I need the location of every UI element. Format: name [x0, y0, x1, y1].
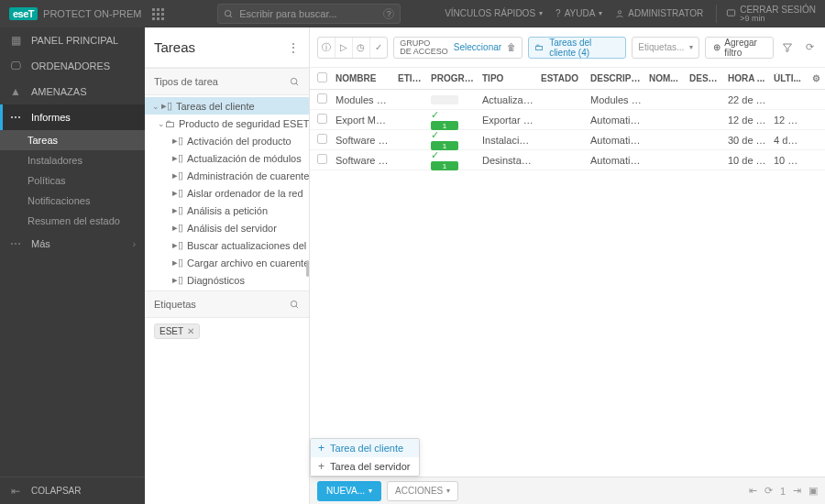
tree-item[interactable]: ▸▯Administración de cuarentena — [145, 167, 309, 184]
main-area: ⓘ ▷ ◷ ✓ GRUPO DE ACCESO Seleccionar 🗑 🗀T… — [310, 27, 825, 504]
new-button[interactable]: NUEVA...▾ — [317, 481, 381, 501]
collapse-icon: ⇤ — [9, 485, 22, 498]
tree-item[interactable]: ▸▯Aislar ordenador de la red — [145, 184, 309, 202]
refresh-icon[interactable]: ⟳ — [801, 37, 818, 59]
tree-item[interactable]: ▸▯Activación del producto — [145, 132, 309, 149]
tree-item-eset-product[interactable]: ⌄🗀Producto de seguridad ESET — [145, 115, 309, 132]
chevron-right-icon: › — [133, 239, 136, 249]
table-row[interactable]: Software In... ✓ 1 Instalación d... Auto… — [310, 130, 825, 150]
sidebar-item-more[interactable]: ⋯Más› — [0, 231, 145, 257]
gear-icon[interactable]: ⚙ — [807, 73, 825, 83]
table-header: NOMBRE ETIQ... PROGRESO TIPO ESTADO DESC… — [310, 68, 825, 90]
filter-chip-tasks[interactable]: 🗀Tareas del cliente (4) — [528, 37, 626, 59]
tree-title: Tareas⋮ — [145, 27, 309, 68]
select-all-checkbox[interactable] — [317, 72, 327, 82]
menu-item-client-task[interactable]: +Tarea del cliente — [311, 439, 419, 457]
sidebar-item-notifications[interactable]: Notificaciones — [0, 191, 145, 211]
row-checkbox[interactable] — [317, 93, 327, 104]
tree-item[interactable]: ▸▯Análisis a petición — [145, 202, 309, 219]
sidebar-item-threats[interactable]: ▲AMENAZAS — [0, 79, 145, 104]
tag-chip[interactable]: ESET✕ — [154, 323, 200, 339]
help-link[interactable]: ?AYUDA▾ — [556, 8, 602, 18]
first-page-icon[interactable]: ⇤ — [749, 485, 757, 497]
sidebar-item-installers[interactable]: Instaladores — [0, 150, 145, 170]
collapse-button[interactable]: ⇤COLAPSAR — [0, 477, 145, 504]
task-type-tree: ⌄▸▯Tareas del cliente ⌄🗀Producto de segu… — [145, 95, 309, 290]
task-icon: ▸▯ — [172, 187, 183, 199]
row-checkbox[interactable] — [317, 114, 327, 124]
table-row[interactable]: Modules U... Actualizació... Modules of … — [310, 90, 825, 110]
folder-icon: 🗀 — [534, 42, 544, 52]
actions-button[interactable]: ACCIONES▾ — [387, 481, 458, 501]
plus-icon: + — [318, 460, 324, 473]
access-group-chip[interactable]: GRUPO DE ACCESO Seleccionar 🗑 — [393, 37, 522, 59]
tags-header: Etiquetas — [145, 290, 309, 318]
tree-item[interactable]: ▸▯Análisis del servidor — [145, 219, 309, 236]
task-icon: ▸▯ — [172, 239, 183, 251]
user-menu[interactable]: ADMINISTRATOR — [615, 8, 703, 18]
dashboard-icon: ▦ — [9, 34, 22, 47]
menu-item-server-task[interactable]: +Tarea del servidor — [311, 457, 419, 476]
svg-point-6 — [291, 301, 296, 306]
tree-item[interactable]: ▸▯Cargar archivo en cuarentena — [145, 254, 309, 271]
sidebar-item-status[interactable]: Resumen del estado — [0, 211, 145, 231]
check-icon[interactable]: ✓ — [370, 38, 388, 58]
expand-icon[interactable]: ▣ — [808, 485, 818, 497]
check-icon: ✓ — [431, 129, 439, 140]
last-page-icon[interactable]: ⇥ — [793, 485, 801, 497]
quick-links[interactable]: VÍNCULOS RÁPIDOS▾ — [445, 8, 543, 18]
tree-item-client-tasks[interactable]: ⌄▸▯Tareas del cliente — [145, 97, 309, 115]
task-icon: ▸▯ — [172, 135, 183, 147]
chevron-down-icon: ▾ — [599, 9, 602, 17]
chevron-down-icon: ▾ — [368, 487, 372, 495]
refresh-footer-icon[interactable]: ⟳ — [764, 485, 773, 497]
trash-icon: 🗑 — [507, 42, 516, 52]
sidebar-item-computers[interactable]: 🖵ORDENADORES — [0, 53, 145, 79]
svg-line-7 — [296, 305, 298, 307]
brand: eseT PROTECT ON-PREM — [0, 7, 173, 20]
search-input[interactable]: Escribir para buscar... ? — [217, 4, 401, 24]
clock-icon[interactable]: ◷ — [353, 38, 370, 58]
chevron-down-icon: ▾ — [446, 487, 450, 495]
sidebar: ▦PANEL PRINCIPAL 🖵ORDENADORES ▲AMENAZAS … — [0, 27, 145, 504]
sidebar-group-active[interactable]: ⋯Informes — [0, 104, 145, 130]
toolbar: ⓘ ▷ ◷ ✓ GRUPO DE ACCESO Seleccionar 🗑 🗀T… — [310, 27, 825, 68]
run-controls: ⓘ ▷ ◷ ✓ — [317, 37, 388, 59]
tree-panel: Tareas⋮ Tipos de tarea ⌄▸▯Tareas del cli… — [145, 27, 310, 504]
info-icon[interactable]: ⓘ — [318, 38, 336, 58]
footer: NUEVA...▾ ACCIONES▾ ⇤ ⟳ 1 ⇥ ▣ — [310, 477, 825, 504]
tree-item[interactable]: ▸▯Buscar actualizaciones del producto — [145, 236, 309, 254]
sidebar-item-panel[interactable]: ▦PANEL PRINCIPAL — [0, 27, 145, 53]
row-checkbox[interactable] — [317, 154, 327, 164]
table-row[interactable]: Software U... ✓ 1 Desinstalació... Autom… — [310, 150, 825, 170]
plus-icon: ⊕ — [713, 42, 720, 52]
monitor-icon: 🖵 — [9, 60, 22, 72]
logout[interactable]: CERRAR SESIÓN>9 min — [716, 5, 816, 24]
svg-rect-3 — [728, 10, 735, 16]
sidebar-item-tasks[interactable]: Tareas — [0, 130, 145, 150]
add-filter-button[interactable]: ⊕Agregar filtro — [705, 37, 774, 59]
help-icon[interactable]: ? — [383, 8, 394, 19]
search-icon[interactable] — [290, 77, 300, 87]
play-icon[interactable]: ▷ — [336, 38, 353, 58]
search-icon[interactable] — [290, 300, 300, 310]
funnel-icon[interactable] — [779, 37, 796, 59]
folder-icon: 🗀 — [165, 118, 175, 129]
task-icon: ▸▯ — [172, 152, 183, 164]
scrollbar[interactable] — [306, 260, 309, 277]
sidebar-item-policies[interactable]: Políticas — [0, 170, 145, 191]
plus-icon: + — [318, 442, 324, 455]
search-placeholder: Escribir para buscar... — [239, 8, 336, 19]
task-icon: ▸▯ — [172, 204, 183, 216]
more-icon[interactable]: ⋮ — [287, 40, 300, 55]
svg-line-1 — [230, 15, 232, 16]
tree-item[interactable]: ▸▯Diagnósticos — [145, 271, 309, 289]
row-checkbox[interactable] — [317, 134, 327, 144]
table-row[interactable]: Export Man... ✓ 1 Exportar con... Automa… — [310, 110, 825, 130]
filter-chip-tags[interactable]: Etiquetas...▾ — [632, 37, 699, 59]
chevron-down-icon: ▾ — [689, 43, 693, 51]
tree-item[interactable]: ▸▯Actualización de módulos — [145, 149, 309, 167]
task-icon: ▸▯ — [172, 274, 183, 286]
close-icon: ✕ — [187, 326, 194, 336]
apps-grid-icon[interactable] — [152, 8, 164, 20]
